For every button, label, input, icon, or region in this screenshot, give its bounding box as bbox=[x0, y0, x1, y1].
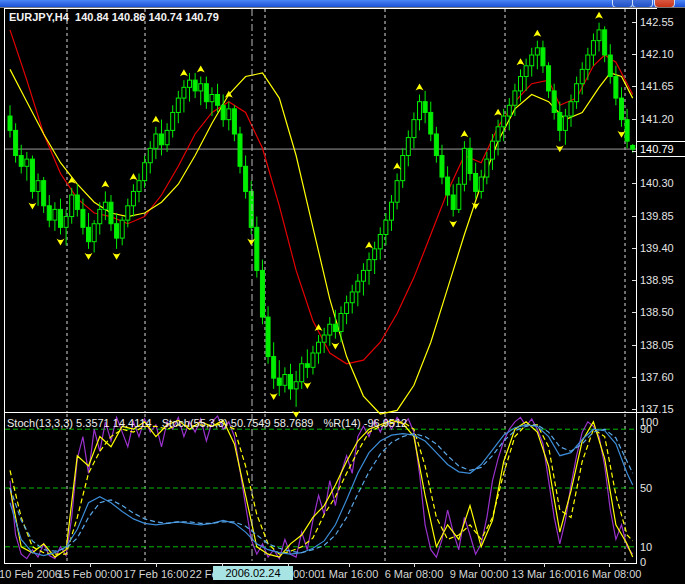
indicator-axis-label: 0 bbox=[640, 556, 646, 568]
price-chart-pane[interactable] bbox=[5, 9, 636, 412]
stochastic-indicator-pane[interactable] bbox=[5, 414, 636, 563]
pane-divider bbox=[4, 412, 657, 413]
indicator-axis-label: 50 bbox=[640, 482, 652, 494]
mt4-chart-window: { "window": { "buttons": [ {"name": "min… bbox=[0, 0, 685, 584]
price-axis-label: 141.20 bbox=[640, 113, 674, 125]
price-axis-label: 139.85 bbox=[640, 210, 674, 222]
price-axis-label: 139.40 bbox=[640, 242, 674, 254]
time-axis-tick bbox=[90, 563, 91, 567]
price-axis-tick bbox=[632, 345, 636, 346]
indicator-axis-label: 10 bbox=[640, 541, 652, 553]
price-axis-tick bbox=[632, 280, 636, 281]
chart-bottom-border bbox=[4, 563, 637, 564]
price-axis-label: 142.55 bbox=[640, 16, 674, 28]
price-axis-tick bbox=[632, 312, 636, 313]
time-axis-label: 13 Mar 16:00 bbox=[512, 568, 577, 580]
price-axis-tick bbox=[632, 248, 636, 249]
price-axis-label: 138.95 bbox=[640, 274, 674, 286]
time-axis-tick bbox=[30, 563, 31, 567]
price-axis-tick bbox=[632, 86, 636, 87]
time-axis-tick bbox=[544, 563, 545, 567]
price-axis-tick bbox=[632, 22, 636, 23]
price-axis-label: 142.10 bbox=[640, 48, 674, 60]
price-axis-tick bbox=[632, 377, 636, 378]
time-axis-tick bbox=[479, 563, 480, 567]
time-axis-tick bbox=[349, 563, 350, 567]
time-axis-label: 17 Feb 16:00 bbox=[124, 568, 189, 580]
price-axis-label: 141.65 bbox=[640, 80, 674, 92]
time-axis-label: 16 Mar 08:00 bbox=[577, 568, 642, 580]
indicator-axis-label: 90 bbox=[640, 423, 652, 435]
time-axis-label: 6 Mar 08:00 bbox=[385, 568, 444, 580]
price-axis-tick bbox=[632, 216, 636, 217]
time-axis-label: 10 Feb 2006 bbox=[0, 568, 61, 580]
maximize-button[interactable] bbox=[632, 0, 653, 7]
price-axis-label: 140.30 bbox=[640, 177, 674, 189]
bid-price-tag: 140.79 bbox=[636, 141, 685, 157]
price-axis-label: 137.60 bbox=[640, 371, 674, 383]
axis-divider bbox=[636, 8, 637, 564]
time-axis-tick bbox=[414, 563, 415, 567]
stoch55-legend: Stoch(55,3,3) 50.7549 58.7689 bbox=[162, 417, 314, 429]
close-button[interactable] bbox=[654, 0, 675, 7]
price-axis-tick bbox=[632, 183, 636, 184]
time-axis-tick bbox=[156, 563, 157, 567]
time-axis-label: 9 Mar 00:00 bbox=[450, 568, 509, 580]
symbol-ohlc-title: EURJPY,H4 140.84 140.86 140.74 140.79 bbox=[9, 11, 219, 23]
indicator-legend: Stoch(13,3,3) 5.3571 14.4114Stoch(55,3,3… bbox=[7, 417, 417, 429]
price-axis-tick bbox=[632, 54, 636, 55]
price-axis-tick bbox=[632, 119, 636, 120]
time-axis-label: 1 Mar 16:00 bbox=[320, 568, 379, 580]
stoch13-legend: Stoch(13,3,3) 5.3571 14.4114 bbox=[7, 417, 152, 429]
price-axis-tick bbox=[632, 409, 636, 410]
time-axis-label: 15 Feb 00:00 bbox=[58, 568, 123, 580]
price-axis-label: 138.50 bbox=[640, 306, 674, 318]
price-axis-label: 137.15 bbox=[640, 403, 674, 415]
window-titlebar bbox=[0, 0, 685, 7]
wpr-legend: %R(14) -96.9512 bbox=[323, 417, 407, 429]
time-axis-tick bbox=[609, 563, 610, 567]
price-axis-label: 138.05 bbox=[640, 339, 674, 351]
minimize-button[interactable] bbox=[612, 0, 633, 7]
crosshair-date-highlight: 2006.02.24 16:00 bbox=[213, 566, 293, 580]
